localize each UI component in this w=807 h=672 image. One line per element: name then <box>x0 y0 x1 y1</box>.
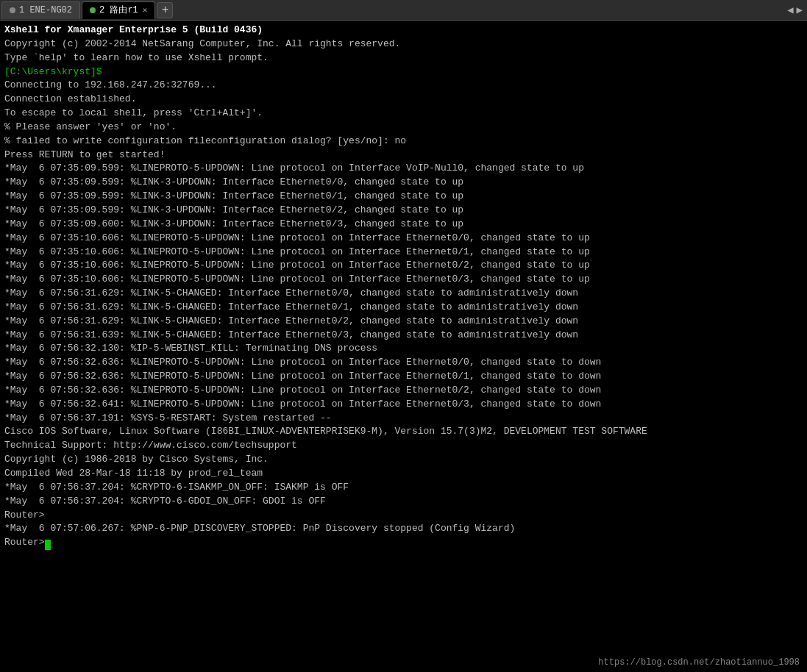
tab-2-router[interactable]: 2 路由r1 ✕ <box>82 1 155 19</box>
terminal-line: *May 6 07:35:10.606: %LINEPROTO-5-UPDOWN… <box>4 232 803 246</box>
terminal-line: *May 6 07:35:09.599: %LINEPROTO-5-UPDOWN… <box>4 162 803 176</box>
tab-scroll-arrows: ◀ ▶ <box>787 4 806 16</box>
tab-bar: 1 ENE-NG02 2 路由r1 ✕ + ◀ ▶ <box>0 0 807 21</box>
terminal-line: *May 6 07:56:31.629: %LINK-5-CHANGED: In… <box>4 315 803 329</box>
terminal-line: Connection established. <box>4 93 803 107</box>
footer-url: https://blog.csdn.net/zhaotiannuo_1998 <box>598 657 800 668</box>
terminal-line: % failed to write configuration fileconf… <box>4 135 803 149</box>
terminal-line: *May 6 07:56:32.636: %LINEPROTO-5-UPDOWN… <box>4 384 803 398</box>
terminal-line: *May 6 07:56:31.629: %LINK-5-CHANGED: In… <box>4 301 803 315</box>
terminal-line: % Please answer 'yes' or 'no'. <box>4 121 803 135</box>
terminal-line: *May 6 07:56:32.641: %LINEPROTO-5-UPDOWN… <box>4 398 803 412</box>
terminal-line: *May 6 07:56:32.130: %IP-5-WEBINST_KILL:… <box>4 342 803 356</box>
terminal-line: Technical Support: http://www.cisco.com/… <box>4 439 803 453</box>
scroll-left-icon[interactable]: ◀ <box>787 4 793 16</box>
scroll-right-icon[interactable]: ▶ <box>797 4 803 16</box>
terminal-line: Router> <box>4 509 803 523</box>
tab-1-label: 1 ENE-NG02 <box>19 5 72 15</box>
terminal-line: *May 6 07:56:32.636: %LINEPROTO-5-UPDOWN… <box>4 356 803 370</box>
terminal-area[interactable]: Xshell for Xmanager Enterprise 5 (Build … <box>0 21 807 672</box>
terminal-line: *May 6 07:57:06.267: %PNP-6-PNP_DISCOVER… <box>4 522 803 536</box>
terminal-line: Xshell for Xmanager Enterprise 5 (Build … <box>4 24 803 37</box>
tab-2-close[interactable]: ✕ <box>143 5 148 15</box>
terminal-line: Compiled Wed 28-Mar-18 11:18 by prod_rel… <box>4 467 803 481</box>
terminal-line: *May 6 07:35:09.599: %LINK-3-UPDOWN: Int… <box>4 176 803 190</box>
terminal-line: Cisco IOS Software, Linux Software (I86B… <box>4 425 803 439</box>
terminal-line: *May 6 07:56:32.636: %LINEPROTO-5-UPDOWN… <box>4 370 803 384</box>
terminal-line: Copyright (c) 1986-2018 by Cisco Systems… <box>4 453 803 467</box>
terminal-line: *May 6 07:35:10.606: %LINEPROTO-5-UPDOWN… <box>4 259 803 273</box>
terminal-line: To escape to local shell, press 'Ctrl+Al… <box>4 107 803 121</box>
terminal-line: *May 6 07:56:31.639: %LINK-5-CHANGED: In… <box>4 329 803 343</box>
terminal-cursor <box>45 540 51 550</box>
tab-1-ene-ng02[interactable]: 1 ENE-NG02 <box>1 1 80 19</box>
terminal-line: *May 6 07:35:10.606: %LINEPROTO-5-UPDOWN… <box>4 273 803 287</box>
terminal-line: Router> <box>4 536 803 550</box>
terminal-line: Copyright (c) 2002-2014 NetSarang Comput… <box>4 37 803 51</box>
add-tab-button[interactable]: + <box>157 2 173 18</box>
terminal-line: *May 6 07:56:37.204: %CRYPTO-6-GDOI_ON_O… <box>4 495 803 509</box>
terminal-line: Press RETURN to get started! <box>4 149 803 162</box>
tab-2-dot <box>90 7 96 13</box>
terminal-line: *May 6 07:35:09.600: %LINK-3-UPDOWN: Int… <box>4 218 803 232</box>
terminal-line: *May 6 07:56:31.629: %LINK-5-CHANGED: In… <box>4 287 803 301</box>
terminal-line: [C:\Users\kryst]$ <box>4 65 803 79</box>
terminal-line: *May 6 07:56:37.191: %SYS-5-RESTART: Sys… <box>4 412 803 426</box>
terminal-line: *May 6 07:56:37.204: %CRYPTO-6-ISAKMP_ON… <box>4 481 803 495</box>
terminal-line: *May 6 07:35:09.599: %LINK-3-UPDOWN: Int… <box>4 190 803 204</box>
terminal-line: *May 6 07:35:10.606: %LINEPROTO-5-UPDOWN… <box>4 246 803 260</box>
tab-1-dot <box>10 7 15 13</box>
terminal-line: Type `help' to learn how to use Xshell p… <box>4 51 803 65</box>
tab-2-label: 2 路由r1 <box>99 4 138 16</box>
terminal-line: *May 6 07:35:09.599: %LINK-3-UPDOWN: Int… <box>4 204 803 218</box>
terminal-line: Connecting to 192.168.247.26:32769... <box>4 79 803 93</box>
